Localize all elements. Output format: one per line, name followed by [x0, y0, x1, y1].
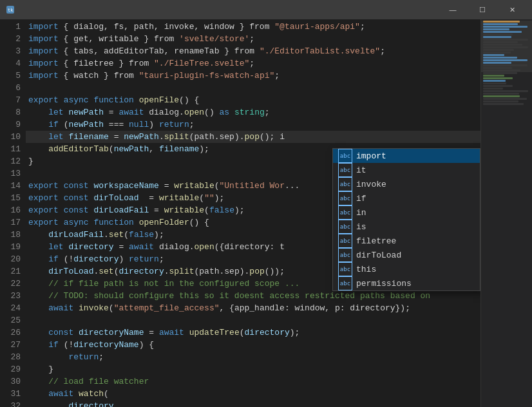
line-number: 8: [0, 106, 21, 118]
minimap-line: [483, 59, 527, 61]
minimap-line: [483, 36, 511, 38]
minimap-line: [483, 33, 513, 35]
svg-text:tk: tk: [8, 8, 14, 13]
minimap-line: [483, 75, 504, 77]
code-line: return;: [26, 351, 480, 363]
autocomplete-item[interactable]: abcpermissions: [333, 276, 480, 290]
code-line: // TODO: should configure this so it doe…: [26, 290, 480, 302]
code-line: import { dialog, fs, path, invoke, windo…: [26, 21, 480, 33]
minimap-line: [483, 64, 527, 66]
autocomplete-item[interactable]: abcinvoke: [333, 177, 480, 191]
title-bar: tk — ☐ ✕: [0, 0, 532, 19]
line-number: 4: [0, 57, 21, 70]
minimap-line: [483, 31, 522, 33]
autocomplete-item-text: in: [356, 208, 366, 218]
autocomplete-item-text: is: [356, 222, 366, 232]
line-number: 30: [0, 375, 21, 388]
minimize-button[interactable]: —: [438, 0, 468, 19]
line-number: 17: [0, 216, 21, 229]
autocomplete-item[interactable]: abcit: [333, 163, 480, 177]
main-area: 1234567891011121314151617181920212223242…: [0, 19, 532, 407]
autocomplete-item-text: this: [356, 265, 376, 274]
code-line: let newPath = await dialog.open() as str…: [26, 106, 480, 118]
minimap-line: [483, 82, 506, 84]
autocomplete-item[interactable]: abcin: [333, 205, 480, 220]
autocomplete-item-icon: abc: [338, 234, 352, 248]
line-number: 3: [0, 45, 21, 57]
autocomplete-item-text: filetree: [356, 236, 396, 246]
autocomplete-item[interactable]: abcimport: [333, 149, 480, 163]
minimap-line: [483, 100, 518, 102]
line-number: 16: [0, 204, 21, 216]
minimap-line: [483, 54, 504, 56]
autocomplete-item[interactable]: abcis: [333, 220, 480, 234]
minimap-content: [481, 19, 532, 407]
code-line: import { tabs, addEditorTab, renameTab }…: [26, 45, 480, 57]
line-number: 12: [0, 155, 21, 167]
line-number: 24: [0, 302, 21, 314]
minimap-line: [483, 62, 511, 64]
autocomplete-dropdown[interactable]: abcimportabcitabcinvokeabcifabcinabcisab…: [332, 148, 480, 291]
line-number: 25: [0, 314, 21, 327]
code-area[interactable]: import { dialog, fs, path, invoke, windo…: [26, 19, 480, 407]
minimap-line: [483, 46, 528, 48]
minimap-line: [483, 90, 528, 92]
minimap-line: [483, 21, 520, 23]
autocomplete-item[interactable]: abcfiletree: [333, 234, 480, 248]
minimap-line: [483, 49, 514, 51]
line-number: 23: [0, 290, 21, 302]
line-number: 27: [0, 339, 21, 351]
minimap-line: [483, 23, 518, 25]
line-number: 29: [0, 363, 21, 375]
minimap-line: [483, 39, 528, 41]
autocomplete-item-text: import: [356, 151, 386, 161]
code-line: await invoke("attempt_file_access", {app…: [26, 302, 480, 314]
autocomplete-item-text: invoke: [356, 180, 386, 189]
minimap-line: [483, 52, 511, 53]
autocomplete-item-icon: abc: [338, 191, 352, 205]
line-number: 14: [0, 180, 21, 192]
minimap-line: [483, 28, 509, 30]
line-number: 7: [0, 94, 21, 106]
line-number: 28: [0, 351, 21, 363]
autocomplete-item-icon: abc: [338, 276, 352, 290]
autocomplete-item-icon: abc: [338, 163, 352, 177]
minimap-line: [483, 26, 527, 28]
line-number: 5: [0, 70, 21, 82]
minimap-line: [483, 93, 519, 95]
line-number: 10: [0, 131, 21, 143]
code-line: export async function openFile() {: [26, 94, 480, 106]
minimap-line: [483, 103, 524, 105]
code-line: let filename = newPath.split(path.sep).p…: [26, 131, 480, 143]
autocomplete-item-icon: abc: [338, 177, 352, 191]
autocomplete-item[interactable]: abcdirToLoad: [333, 248, 480, 262]
code-line: await watch(: [26, 388, 480, 400]
autocomplete-item-text: it: [356, 166, 366, 175]
minimap-line: [483, 70, 520, 71]
autocomplete-item[interactable]: abcif: [333, 191, 480, 205]
line-number: 11: [0, 143, 21, 155]
autocomplete-item-text: if: [356, 194, 366, 204]
minimap: [480, 19, 532, 407]
line-number: 1: [0, 21, 21, 33]
line-number: 26: [0, 327, 21, 339]
code-line: import { filetree } from "./FileTree.sve…: [26, 57, 480, 70]
minimap-line: [483, 57, 517, 59]
maximize-button[interactable]: ☐: [468, 0, 497, 19]
code-line: if (!directoryName) {: [26, 339, 480, 351]
line-number: 18: [0, 229, 21, 241]
app-icon: tk: [5, 5, 15, 15]
minimap-line: [483, 41, 518, 43]
code-editor[interactable]: 1234567891011121314151617181920212223242…: [0, 19, 480, 407]
minimap-line: [483, 44, 522, 46]
close-button[interactable]: ✕: [497, 0, 527, 19]
line-number: 15: [0, 192, 21, 204]
code-line: import { watch } from "tauri-plugin-fs-w…: [26, 70, 480, 82]
line-number: 13: [0, 167, 21, 180]
autocomplete-item-text: dirToLoad: [356, 251, 401, 260]
autocomplete-item[interactable]: abcthis: [333, 262, 480, 276]
autocomplete-item-icon: abc: [338, 220, 352, 234]
autocomplete-item-icon: abc: [338, 205, 352, 220]
line-number: 20: [0, 253, 21, 265]
autocomplete-item-text: permissions: [356, 279, 412, 289]
